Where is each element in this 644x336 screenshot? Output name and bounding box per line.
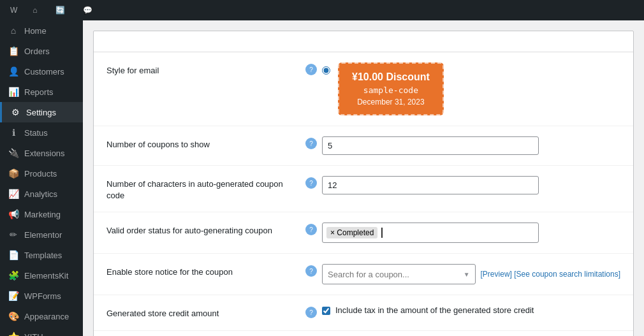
site-home[interactable]: ⌂ [27, 0, 45, 20]
settings-control-store-notice: ? ▼ [Preview] [See coupon search limitat… [305, 264, 620, 284]
help-icon-num-chars[interactable]: ? [305, 177, 317, 189]
sidebar-item-extensions[interactable]: 🔌Extensions [0, 143, 83, 163]
comments-icon: 💬 [83, 6, 92, 15]
settings-label-num-coupons: Number of coupons to show [106, 136, 298, 150]
settings-row-style-email: Style for email ? ¥10.00 Discount sample… [94, 52, 633, 126]
dropdown-wrap: ▼ [Preview] [See coupon search limitatio… [322, 264, 620, 284]
checkbox-store-credit[interactable] [322, 307, 330, 315]
yith-icon: ⭐ [8, 332, 19, 336]
settings-label-style-email: Style for email [106, 62, 298, 77]
sidebar-label-yith: YITH [24, 332, 43, 337]
content-area: Style for email ? ¥10.00 Discount sample… [93, 31, 634, 336]
help-icon-store-credit[interactable]: ? [305, 307, 317, 318]
settings-control-store-credit: ? Include tax in the amount of the gener… [305, 305, 620, 318]
reports-icon: 📊 [8, 87, 19, 97]
text-cursor [381, 228, 383, 238]
sidebar-label-status: Status [24, 128, 48, 138]
sidebar-label-extensions: Extensions [24, 149, 65, 158]
checkbox-row-store-credit: Include tax in the amount of the generat… [322, 305, 534, 315]
input-num-coupons[interactable] [322, 136, 539, 155]
sidebar-item-templates[interactable]: 📄Templates [0, 245, 83, 265]
tag-label: × Completed [330, 228, 374, 237]
sidebar-label-orders: Orders [24, 47, 50, 56]
updates-item[interactable]: 🔄 [50, 0, 73, 20]
sidebar-item-analytics[interactable]: 📈Analytics [0, 184, 83, 204]
marketing-icon: 📢 [8, 209, 19, 219]
sidebar-item-status[interactable]: ℹStatus [0, 122, 83, 143]
sidebar-item-appearance[interactable]: 🎨Appearance [0, 306, 83, 326]
sidebar-item-marketing[interactable]: 📢Marketing [0, 204, 83, 224]
input-num-chars[interactable] [322, 176, 539, 194]
coupon-radio[interactable] [322, 66, 330, 75]
extensions-icon: 🔌 [8, 148, 19, 158]
help-icon-style-email[interactable]: ? [305, 64, 317, 75]
sidebar-item-elementor[interactable]: ✏Elementor [0, 224, 83, 245]
sidebar-item-home[interactable]: ⌂Home [0, 20, 83, 41]
elementskit-icon: 🧩 [8, 270, 19, 281]
tag-completed: × Completed [326, 227, 377, 238]
tag-input-wrap[interactable]: × Completed [322, 223, 539, 243]
settings-icon: ⚙ [10, 107, 21, 117]
sidebar-item-customers[interactable]: 👤Customers [0, 61, 83, 82]
settings-control-num-chars: ? [305, 176, 620, 194]
coupon-search-select[interactable]: ▼ [322, 264, 476, 284]
coupon-card: ¥10.00 Discount sample-code December 31,… [338, 62, 444, 115]
orders-icon: 📋 [8, 46, 19, 56]
settings-row-displaying-coupons: Displaying coupons ? Include coupon deta… [94, 331, 633, 336]
sidebar-label-elementor: Elementor [24, 230, 62, 240]
content-header [94, 31, 633, 52]
sidebar-item-yith[interactable]: ⭐YITH [0, 326, 83, 336]
sidebar-label-home: Home [24, 26, 47, 36]
coupon-code: sample-code [352, 85, 430, 95]
main-content: Style for email ? ¥10.00 Discount sample… [83, 0, 644, 336]
home-icon: ⌂ [33, 6, 37, 15]
sidebar-label-analytics: Analytics [24, 189, 57, 199]
settings-label-store-notice: Enable store notice for the coupon [106, 264, 298, 278]
elementor-icon: ✏ [8, 230, 19, 240]
sidebar-label-elementskit: ElementsKit [24, 271, 68, 281]
settings-control-style-email: ? ¥10.00 Discount sample-code December 3… [305, 62, 620, 115]
wpforms-item[interactable] [121, 0, 140, 20]
status-icon: ℹ [8, 128, 19, 138]
sidebar-label-customers: Customers [24, 67, 64, 77]
sidebar-label-marketing: Marketing [24, 210, 61, 219]
settings-row-store-notice: Enable store notice for the coupon ? ▼ [… [94, 254, 633, 295]
settings-label-store-credit: Generated store credit amount [106, 305, 298, 319]
analytics-icon: 📈 [8, 189, 19, 199]
home-icon: ⌂ [8, 26, 19, 36]
chevron-down-icon: ▼ [464, 271, 470, 278]
sidebar-label-templates: Templates [24, 251, 62, 260]
new-item[interactable] [105, 0, 115, 20]
products-icon: 📦 [8, 168, 19, 179]
sidebar: ⌂Home📋Orders👤Customers📊Reports⚙Settingsℹ… [0, 0, 83, 336]
sidebar-item-products[interactable]: 📦Products [0, 163, 83, 184]
settings-label-num-chars: Number of characters in auto-generated c… [106, 176, 298, 201]
templates-icon: 📄 [8, 250, 19, 260]
wpforms-icon: 📝 [8, 291, 19, 301]
wp-logo[interactable]: W [5, 0, 22, 20]
settings-row-valid-status: Valid order status for auto-generating c… [94, 212, 633, 254]
sidebar-item-elementskit[interactable]: 🧩ElementsKit [0, 265, 83, 286]
sidebar-label-settings: Settings [26, 108, 56, 117]
customers-icon: 👤 [8, 66, 19, 77]
search-limitations-link[interactable]: [See coupon search limitations] [514, 270, 620, 279]
coupon-search-input[interactable] [328, 270, 464, 279]
comments-item[interactable]: 💬 [78, 0, 100, 20]
settings-rows: Style for email ? ¥10.00 Discount sample… [94, 52, 633, 336]
sidebar-item-reports[interactable]: 📊Reports [0, 82, 83, 102]
settings-control-num-coupons: ? [305, 136, 620, 155]
updates-icon: 🔄 [55, 6, 65, 15]
sidebar-label-products: Products [24, 169, 57, 179]
sidebar-label-wpforms: WPForms [24, 291, 61, 301]
sidebar-item-settings[interactable]: ⚙Settings [0, 102, 83, 122]
help-icon-store-notice[interactable]: ? [305, 265, 317, 277]
sidebar-label-reports: Reports [24, 87, 54, 97]
settings-row-num-coupons: Number of coupons to show ? [94, 126, 633, 166]
wp-icon: W [10, 6, 17, 15]
sidebar-item-wpforms[interactable]: 📝WPForms [0, 286, 83, 306]
preview-link[interactable]: [Preview] [481, 270, 512, 279]
sidebar-item-orders[interactable]: 📋Orders [0, 41, 83, 61]
help-icon-num-coupons[interactable]: ? [305, 138, 317, 149]
settings-label-valid-status: Valid order status for auto-generating c… [106, 223, 298, 237]
help-icon-valid-status[interactable]: ? [305, 224, 317, 235]
